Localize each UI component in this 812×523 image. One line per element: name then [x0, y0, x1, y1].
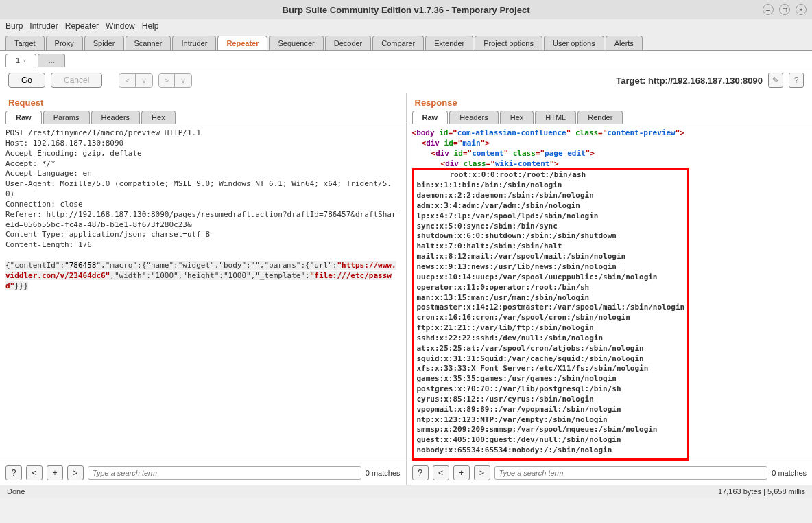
- search-prev-button[interactable]: <: [26, 465, 43, 480]
- request-search-input[interactable]: [88, 466, 361, 480]
- tab-scanner[interactable]: Scanner: [126, 36, 171, 50]
- tab-decoder[interactable]: Decoder: [325, 36, 372, 50]
- tab-comparer[interactable]: Comparer: [372, 36, 424, 50]
- request-tab-params[interactable]: Params: [43, 111, 90, 124]
- search-add-button[interactable]: +: [453, 465, 470, 480]
- menu-repeater[interactable]: Repeater: [65, 21, 99, 31]
- subtab-1[interactable]: 1×: [5, 54, 36, 67]
- tab-spider[interactable]: Spider: [84, 36, 124, 50]
- sub-tabs: 1×...: [0, 51, 812, 67]
- menu-window[interactable]: Window: [106, 21, 135, 31]
- request-searchbar: ? < + > 0 matches: [0, 461, 406, 485]
- response-tabs: RawHeadersHexHTMLRender: [407, 111, 813, 124]
- window-title: Burp Suite Community Edition v1.7.36 - T…: [283, 5, 530, 15]
- tab-user-options[interactable]: User options: [544, 36, 604, 50]
- prev-button[interactable]: <: [119, 74, 135, 87]
- next-button[interactable]: >: [159, 74, 175, 87]
- help-icon[interactable]: ?: [789, 73, 804, 88]
- target-label: Target: http://192.168.187.130:8090: [616, 75, 763, 86]
- menu-intruder[interactable]: Intruder: [29, 21, 58, 31]
- response-title: Response: [407, 93, 813, 111]
- response-tab-headers[interactable]: Headers: [449, 111, 499, 124]
- menubar: BurpIntruderRepeaterWindowHelp: [0, 19, 812, 33]
- tab-target[interactable]: Target: [5, 36, 45, 50]
- subtab-...[interactable]: ...: [38, 54, 64, 67]
- request-tab-raw[interactable]: Raw: [5, 111, 42, 124]
- response-searchbar: ? < + > 0 matches: [407, 461, 813, 485]
- response-content[interactable]: <body id="com-atlassian-confluence" clas…: [407, 124, 813, 461]
- titlebar: Burp Suite Community Edition v1.7.36 - T…: [0, 0, 812, 19]
- search-prev-button[interactable]: <: [433, 465, 449, 480]
- tab-proxy[interactable]: Proxy: [46, 36, 83, 50]
- response-tab-html[interactable]: HTML: [535, 111, 576, 124]
- prev-inner-button[interactable]: ∨: [136, 74, 152, 87]
- go-button[interactable]: Go: [8, 73, 45, 88]
- response-tab-raw[interactable]: Raw: [412, 111, 449, 124]
- tab-alerts[interactable]: Alerts: [606, 36, 643, 50]
- response-matches: 0 matches: [772, 469, 807, 477]
- control-bar: Go Cancel < ∨ > ∨ Target: http://192.168…: [0, 67, 812, 93]
- tab-repeater[interactable]: Repeater: [217, 36, 267, 50]
- statusbar: Done 17,163 bytes | 5,658 millis: [0, 485, 812, 498]
- status-right: 17,163 bytes | 5,658 millis: [718, 487, 805, 496]
- maximize-icon[interactable]: □: [779, 4, 790, 15]
- request-panel: Request RawParamsHeadersHex POST /rest/t…: [0, 93, 407, 485]
- response-tab-hex[interactable]: Hex: [500, 111, 534, 124]
- response-search-input[interactable]: [494, 466, 768, 480]
- cancel-button[interactable]: Cancel: [51, 73, 102, 88]
- tab-project-options[interactable]: Project options: [475, 36, 542, 50]
- menu-help[interactable]: Help: [142, 21, 159, 31]
- status-left: Done: [7, 487, 25, 496]
- request-tab-hex[interactable]: Hex: [141, 111, 176, 124]
- main-tabs: TargetProxySpiderScannerIntruderRepeater…: [0, 33, 812, 51]
- search-next-button[interactable]: >: [474, 465, 490, 480]
- search-help-button[interactable]: ?: [412, 465, 429, 480]
- tab-sequencer[interactable]: Sequencer: [269, 36, 323, 50]
- request-tab-headers[interactable]: Headers: [91, 111, 141, 124]
- tab-intruder[interactable]: Intruder: [172, 36, 216, 50]
- next-inner-button[interactable]: ∨: [175, 74, 191, 87]
- search-help-button[interactable]: ?: [5, 465, 22, 480]
- response-tab-render[interactable]: Render: [577, 111, 623, 124]
- request-title: Request: [0, 93, 406, 111]
- close-icon[interactable]: ×: [796, 4, 807, 15]
- split-view: Request RawParamsHeadersHex POST /rest/t…: [0, 93, 812, 485]
- menu-burp[interactable]: Burp: [5, 21, 23, 31]
- request-tabs: RawParamsHeadersHex: [0, 111, 406, 124]
- tab-extender[interactable]: Extender: [425, 36, 473, 50]
- window-controls: – □ ×: [763, 4, 807, 15]
- response-panel: Response RawHeadersHexHTMLRender <body i…: [407, 93, 813, 485]
- search-next-button[interactable]: >: [67, 465, 84, 480]
- request-matches: 0 matches: [366, 469, 401, 477]
- request-content[interactable]: POST /rest/tinymce/1/macro/preview HTTP/…: [0, 124, 406, 461]
- edit-target-icon[interactable]: ✎: [768, 73, 783, 88]
- subtab-close-icon[interactable]: ×: [23, 58, 26, 65]
- minimize-icon[interactable]: –: [763, 4, 774, 15]
- search-add-button[interactable]: +: [47, 465, 63, 480]
